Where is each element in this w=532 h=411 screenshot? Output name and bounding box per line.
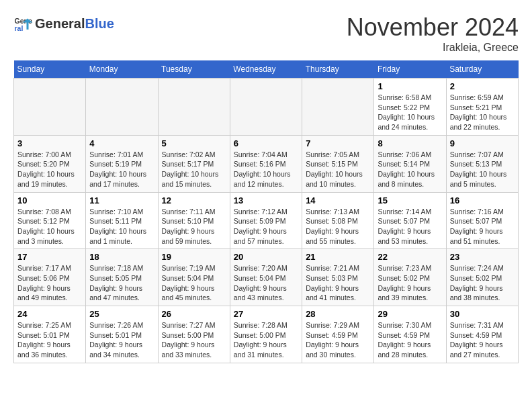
calendar-cell: 30Sunrise: 7:31 AMSunset: 4:59 PMDayligh…: [446, 306, 518, 363]
title-section: November 2024 Irakleia, Greece: [347, 13, 519, 54]
day-detail: Sunrise: 7:00 AMSunset: 5:20 PMDaylight:…: [17, 150, 82, 189]
logo-icon: Gene ral: [13, 13, 34, 34]
day-number: 20: [234, 252, 298, 262]
calendar-cell: 18Sunrise: 7:18 AMSunset: 5:05 PMDayligh…: [86, 249, 158, 306]
calendar-cell: 12Sunrise: 7:11 AMSunset: 5:10 PMDayligh…: [158, 192, 230, 249]
day-detail: Sunrise: 7:10 AMSunset: 5:11 PMDaylight:…: [89, 207, 154, 246]
day-number: 4: [89, 138, 154, 148]
month-title: November 2024: [347, 13, 519, 42]
day-number: 3: [17, 138, 82, 148]
day-number: 10: [17, 195, 82, 205]
calendar-cell: 4Sunrise: 7:01 AMSunset: 5:19 PMDaylight…: [86, 135, 158, 192]
calendar-week-row: 10Sunrise: 7:08 AMSunset: 5:12 PMDayligh…: [14, 192, 519, 249]
day-detail: Sunrise: 7:30 AMSunset: 4:59 PMDaylight:…: [378, 320, 442, 360]
day-number: 22: [378, 252, 442, 262]
calendar-cell: 28Sunrise: 7:29 AMSunset: 4:59 PMDayligh…: [302, 306, 374, 363]
day-number: 25: [89, 309, 154, 319]
day-number: 2: [450, 81, 515, 91]
day-detail: Sunrise: 7:02 AMSunset: 5:17 PMDaylight:…: [162, 150, 226, 189]
calendar-cell: 21Sunrise: 7:21 AMSunset: 5:03 PMDayligh…: [302, 249, 374, 306]
calendar-cell: 16Sunrise: 7:16 AMSunset: 5:07 PMDayligh…: [446, 192, 518, 249]
day-detail: Sunrise: 7:31 AMSunset: 4:59 PMDaylight:…: [450, 320, 515, 360]
day-number: 18: [89, 252, 154, 262]
calendar-cell: 13Sunrise: 7:12 AMSunset: 5:09 PMDayligh…: [230, 192, 302, 249]
weekday-header-thursday: Thursday: [302, 60, 374, 79]
day-number: 28: [306, 309, 370, 319]
day-number: 5: [162, 138, 226, 148]
weekday-header-friday: Friday: [374, 60, 446, 79]
weekday-header-tuesday: Tuesday: [158, 60, 230, 79]
weekday-header-saturday: Saturday: [446, 60, 518, 79]
day-detail: Sunrise: 7:11 AMSunset: 5:10 PMDaylight:…: [162, 207, 226, 246]
day-number: 29: [378, 309, 442, 319]
calendar-cell: 19Sunrise: 7:19 AMSunset: 5:04 PMDayligh…: [158, 249, 230, 306]
logo: Gene ral General Blue: [13, 13, 114, 34]
day-detail: Sunrise: 7:13 AMSunset: 5:08 PMDaylight:…: [306, 207, 370, 246]
day-number: 16: [450, 195, 515, 205]
day-number: 8: [378, 138, 442, 148]
day-detail: Sunrise: 7:25 AMSunset: 5:01 PMDaylight:…: [17, 320, 82, 360]
day-number: 19: [162, 252, 226, 262]
calendar-cell: 24Sunrise: 7:25 AMSunset: 5:01 PMDayligh…: [14, 306, 86, 363]
day-number: 7: [306, 138, 370, 148]
page-header: Gene ral General Blue November 2024 Irak…: [13, 13, 519, 54]
day-detail: Sunrise: 7:14 AMSunset: 5:07 PMDaylight:…: [378, 207, 442, 246]
weekday-header-monday: Monday: [86, 60, 158, 79]
weekday-header-row: SundayMondayTuesdayWednesdayThursdayFrid…: [14, 60, 519, 79]
day-number: 12: [162, 195, 226, 205]
calendar-table: SundayMondayTuesdayWednesdayThursdayFrid…: [13, 60, 519, 363]
calendar-cell: 25Sunrise: 7:26 AMSunset: 5:01 PMDayligh…: [86, 306, 158, 363]
calendar-cell: 17Sunrise: 7:17 AMSunset: 5:06 PMDayligh…: [14, 249, 86, 306]
day-number: 9: [450, 138, 515, 148]
day-number: 23: [450, 252, 515, 262]
day-number: 17: [17, 252, 82, 262]
calendar-cell: [14, 79, 86, 136]
day-detail: Sunrise: 7:05 AMSunset: 5:15 PMDaylight:…: [306, 150, 370, 189]
calendar-week-row: 3Sunrise: 7:00 AMSunset: 5:20 PMDaylight…: [14, 135, 519, 192]
day-detail: Sunrise: 7:24 AMSunset: 5:02 PMDaylight:…: [450, 263, 515, 303]
day-detail: Sunrise: 7:16 AMSunset: 5:07 PMDaylight:…: [450, 207, 515, 246]
day-detail: Sunrise: 6:58 AMSunset: 5:22 PMDaylight:…: [378, 93, 442, 132]
calendar-cell: [302, 79, 374, 136]
calendar-cell: 29Sunrise: 7:30 AMSunset: 4:59 PMDayligh…: [374, 306, 446, 363]
day-detail: Sunrise: 6:59 AMSunset: 5:21 PMDaylight:…: [450, 93, 515, 132]
weekday-header-sunday: Sunday: [14, 60, 86, 79]
calendar-cell: 5Sunrise: 7:02 AMSunset: 5:17 PMDaylight…: [158, 135, 230, 192]
day-detail: Sunrise: 7:23 AMSunset: 5:02 PMDaylight:…: [378, 263, 442, 303]
calendar-cell: [230, 79, 302, 136]
calendar-cell: 6Sunrise: 7:04 AMSunset: 5:16 PMDaylight…: [230, 135, 302, 192]
day-number: 30: [450, 309, 515, 319]
calendar-week-row: 17Sunrise: 7:17 AMSunset: 5:06 PMDayligh…: [14, 249, 519, 306]
calendar-week-row: 1Sunrise: 6:58 AMSunset: 5:22 PMDaylight…: [14, 79, 519, 136]
day-detail: Sunrise: 7:01 AMSunset: 5:19 PMDaylight:…: [89, 150, 154, 189]
calendar-cell: 15Sunrise: 7:14 AMSunset: 5:07 PMDayligh…: [374, 192, 446, 249]
location: Irakleia, Greece: [347, 42, 519, 54]
day-number: 11: [89, 195, 154, 205]
calendar-cell: 1Sunrise: 6:58 AMSunset: 5:22 PMDaylight…: [374, 79, 446, 136]
day-number: 24: [17, 309, 82, 319]
day-detail: Sunrise: 7:04 AMSunset: 5:16 PMDaylight:…: [234, 150, 298, 189]
day-detail: Sunrise: 7:06 AMSunset: 5:14 PMDaylight:…: [378, 150, 442, 189]
day-detail: Sunrise: 7:08 AMSunset: 5:12 PMDaylight:…: [17, 207, 82, 246]
svg-text:ral: ral: [15, 24, 24, 32]
day-number: 15: [378, 195, 442, 205]
day-number: 21: [306, 252, 370, 262]
day-number: 27: [234, 309, 298, 319]
day-detail: Sunrise: 7:12 AMSunset: 5:09 PMDaylight:…: [234, 207, 298, 246]
day-detail: Sunrise: 7:27 AMSunset: 5:00 PMDaylight:…: [162, 320, 226, 360]
day-number: 1: [378, 81, 442, 91]
day-detail: Sunrise: 7:21 AMSunset: 5:03 PMDaylight:…: [306, 263, 370, 303]
day-detail: Sunrise: 7:07 AMSunset: 5:13 PMDaylight:…: [450, 150, 515, 189]
calendar-week-row: 24Sunrise: 7:25 AMSunset: 5:01 PMDayligh…: [14, 306, 519, 363]
calendar-cell: 20Sunrise: 7:20 AMSunset: 5:04 PMDayligh…: [230, 249, 302, 306]
day-detail: Sunrise: 7:19 AMSunset: 5:04 PMDaylight:…: [162, 263, 226, 303]
calendar-cell: 23Sunrise: 7:24 AMSunset: 5:02 PMDayligh…: [446, 249, 518, 306]
calendar-cell: 8Sunrise: 7:06 AMSunset: 5:14 PMDaylight…: [374, 135, 446, 192]
calendar-cell: 3Sunrise: 7:00 AMSunset: 5:20 PMDaylight…: [14, 135, 86, 192]
calendar-cell: 9Sunrise: 7:07 AMSunset: 5:13 PMDaylight…: [446, 135, 518, 192]
calendar-cell: 2Sunrise: 6:59 AMSunset: 5:21 PMDaylight…: [446, 79, 518, 136]
day-number: 13: [234, 195, 298, 205]
logo-general-text: General: [35, 16, 85, 32]
day-detail: Sunrise: 7:20 AMSunset: 5:04 PMDaylight:…: [234, 263, 298, 303]
day-number: 6: [234, 138, 298, 148]
